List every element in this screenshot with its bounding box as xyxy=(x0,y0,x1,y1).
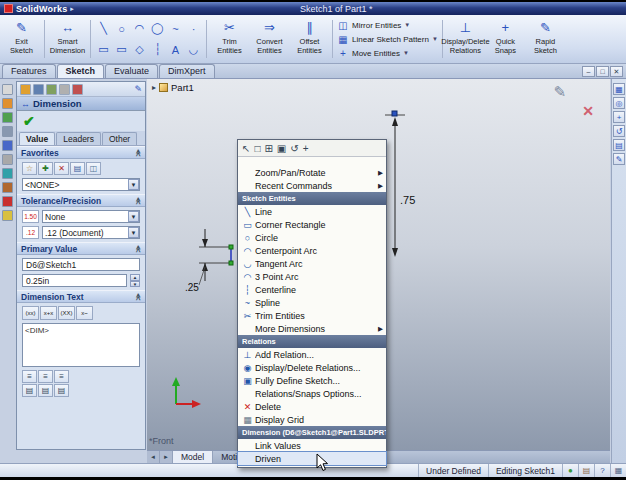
dim-basic-icon[interactable]: (XX) xyxy=(58,306,75,320)
panel-tab-other[interactable]: Other xyxy=(102,132,137,145)
panel-tab-leaders[interactable]: Leaders xyxy=(56,132,101,145)
quick-snaps-button[interactable]: +Quick Snaps xyxy=(487,17,524,61)
favorite-add-icon[interactable]: ☆ xyxy=(22,162,37,175)
tolerance-dropdown[interactable]: None ▼ xyxy=(42,210,140,223)
rapid-sketch-button[interactable]: ✎Rapid Sketch xyxy=(527,17,564,61)
menu-driven[interactable]: Driven xyxy=(238,452,386,465)
spline-icon[interactable]: ~ xyxy=(167,19,184,39)
appearance-icon[interactable]: ▤ xyxy=(613,139,625,151)
favorite-save-icon[interactable]: ▤ xyxy=(70,162,85,175)
display-delete-relations-button[interactable]: ⊥Display/Delete Relations xyxy=(447,17,484,61)
favorite-delete-icon[interactable]: ✕ xyxy=(54,162,69,175)
circle-icon[interactable]: ○ xyxy=(113,19,130,39)
pan-icon[interactable]: + xyxy=(303,143,309,154)
menu-expand-icon[interactable]: ▸ xyxy=(70,5,74,13)
confirm-exit-sketch-icon[interactable]: ✎ xyxy=(553,83,566,101)
align-left-icon[interactable]: ≡ xyxy=(22,370,37,383)
rectangle-icon[interactable]: ▭ xyxy=(95,40,112,60)
dimension-text-section-header[interactable]: Dimension Text ≪ xyxy=(17,290,145,303)
linear-sketch-pattern-button[interactable]: ▦Linear Sketch Pattern▼ xyxy=(337,34,438,45)
menu-delete[interactable]: ✕Delete xyxy=(238,400,386,413)
align-right-icon[interactable]: ≡ xyxy=(54,370,69,383)
offset-entities-button[interactable]: ∥Offset Entities xyxy=(291,17,328,61)
menu-circle[interactable]: ○Circle xyxy=(238,231,386,244)
exit-sketch-button[interactable]: ✎Exit Sketch xyxy=(3,17,40,61)
dim-inspection-icon[interactable]: x+x xyxy=(40,306,57,320)
ok-button[interactable]: ✔ xyxy=(23,113,35,129)
status-sketch-icon[interactable]: ● xyxy=(562,464,578,477)
align-center-icon[interactable]: ≡ xyxy=(38,370,53,383)
justify-middle-icon[interactable]: ▤ xyxy=(38,384,53,397)
tab-sketch[interactable]: Sketch xyxy=(57,64,105,78)
left-tool-4-icon[interactable] xyxy=(2,126,13,137)
menu-add-relation[interactable]: ⊥Add Relation... xyxy=(238,348,386,361)
restore-button[interactable]: □ xyxy=(596,66,609,77)
dimension-value-field[interactable]: 0.25in xyxy=(22,274,127,287)
menu-recent-commands[interactable]: Recent Commands▶ xyxy=(238,179,386,192)
primary-value-section-header[interactable]: Primary Value ≪ xyxy=(17,242,145,255)
slot-icon[interactable]: ▭ xyxy=(113,40,130,60)
left-tool-1-icon[interactable] xyxy=(2,84,13,95)
minimize-button[interactable]: – xyxy=(582,66,595,77)
ellipse-icon[interactable]: ◯ xyxy=(149,19,166,39)
select-icon[interactable]: ↖ xyxy=(242,143,250,154)
centerline-icon[interactable]: ┆ xyxy=(149,40,166,60)
feature-tree-flyout[interactable]: ▸ Part1 xyxy=(152,82,194,93)
tab-evaluate[interactable]: Evaluate xyxy=(105,64,158,78)
cancel-sketch-icon[interactable]: ✕ xyxy=(582,103,594,119)
sketch-origin[interactable] xyxy=(172,377,201,408)
status-units-icon[interactable]: ▤ xyxy=(578,464,594,477)
justify-top-icon[interactable]: ▤ xyxy=(22,384,37,397)
left-tool-7-icon[interactable] xyxy=(2,168,13,179)
sketch-point[interactable] xyxy=(392,111,397,116)
left-tool-6-icon[interactable] xyxy=(2,154,13,165)
menu-corner-rectangle[interactable]: ▭Corner Rectangle xyxy=(238,218,386,231)
menu-display-delete-relations[interactable]: ◉Display/Delete Relations... xyxy=(238,361,386,374)
model-tab-model[interactable]: Model xyxy=(173,451,213,463)
panel-tool-2-icon[interactable] xyxy=(33,84,44,95)
panel-tool-3-icon[interactable] xyxy=(46,84,57,95)
favorites-dropdown[interactable]: <NONE> ▼ xyxy=(22,178,140,191)
menu-relations-snaps-options[interactable]: Relations/Snaps Options... xyxy=(238,387,386,400)
text-icon[interactable]: A xyxy=(167,40,184,60)
pin-icon[interactable]: ✎ xyxy=(134,84,142,94)
precision-dropdown[interactable]: .12 (Document) ▼ xyxy=(42,226,140,239)
zoom-icon[interactable]: ◎ xyxy=(613,97,625,109)
menu-3-point-arc[interactable]: ◠3 Point Arc xyxy=(238,270,386,283)
dim-symbol-icon[interactable]: x~ xyxy=(76,306,93,320)
smart-dimension-button[interactable]: ↔Smart Dimension xyxy=(49,17,86,61)
polygon-icon[interactable]: ◇ xyxy=(131,40,148,60)
status-grid-icon[interactable]: ▦ xyxy=(610,464,626,477)
convert-entities-button[interactable]: ⇒Convert Entities xyxy=(251,17,288,61)
menu-trim-entities[interactable]: ✂Trim Entities xyxy=(238,309,386,322)
line-icon[interactable]: ╲ xyxy=(95,19,112,39)
panel-tool-4-icon[interactable] xyxy=(59,84,70,95)
arc-icon[interactable]: ◠ xyxy=(131,19,148,39)
menu-tangent-arc[interactable]: ◡Tangent Arc xyxy=(238,257,386,270)
left-tool-8-icon[interactable] xyxy=(2,182,13,193)
menu-more-dimensions[interactable]: More Dimensions▶ xyxy=(238,322,386,335)
status-help-icon[interactable]: ? xyxy=(594,464,610,477)
zoom-fit-icon[interactable]: ▣ xyxy=(277,143,286,154)
annotation-icon[interactable]: ✎ xyxy=(613,153,625,165)
menu-link-values[interactable]: Link Values xyxy=(238,439,386,452)
chevron-down-icon[interactable]: ▼ xyxy=(128,179,139,190)
menu-spline[interactable]: ~Spline xyxy=(238,296,386,309)
left-tool-3-icon[interactable] xyxy=(2,112,13,123)
view-grid-icon[interactable]: ▦ xyxy=(613,83,625,95)
box-select-icon[interactable]: □ xyxy=(254,143,260,154)
mirror-entities-button[interactable]: ◫Mirror Entities▼ xyxy=(337,20,438,31)
menu-centerline[interactable]: ┆Centerline xyxy=(238,283,386,296)
panel-tool-5-icon[interactable] xyxy=(72,84,83,95)
menu-fully-define-sketch[interactable]: ▣Fully Define Sketch... xyxy=(238,374,386,387)
add-view-icon[interactable]: + xyxy=(613,111,625,123)
tolerance-section-header[interactable]: Tolerance/Precision ≪ xyxy=(17,194,145,207)
close-button[interactable]: ✕ xyxy=(610,66,623,77)
tab-features[interactable]: Features xyxy=(2,64,56,78)
move-entities-button[interactable]: +Move Entities▼ xyxy=(337,48,438,59)
tab-dimxpert[interactable]: DimXpert xyxy=(159,64,215,78)
dim-paren-icon[interactable]: (xx) xyxy=(22,306,39,320)
rotate-view-icon[interactable]: ↺ xyxy=(613,125,625,137)
favorite-load-icon[interactable]: ◫ xyxy=(86,162,101,175)
dimension-value-75[interactable]: .75 xyxy=(400,194,415,206)
